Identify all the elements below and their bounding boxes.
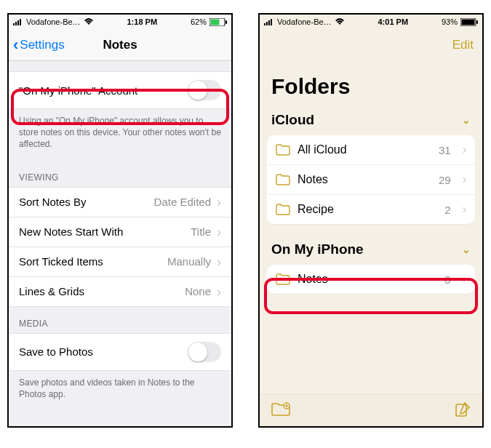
folder-count: 29 — [439, 174, 451, 186]
back-button[interactable]: ‹ Settings — [13, 36, 65, 55]
section-name: iCloud — [271, 112, 314, 128]
status-bar: Vodafone-Be… 4:01 PM 93% — [260, 15, 482, 29]
lines-and-grids-row[interactable]: Lines & Grids None › — [9, 277, 231, 307]
row-value: Date Edited — [154, 196, 211, 208]
new-notes-start-with-row[interactable]: New Notes Start With Title › — [9, 217, 231, 247]
save-to-photos-switch[interactable] — [188, 342, 221, 362]
svg-rect-3 — [20, 19, 21, 25]
folder-row-recipe[interactable]: Recipe 2 › — [267, 195, 475, 224]
settings-content[interactable]: "On My iPhone" Account Using an "On My i… — [9, 61, 231, 426]
folder-count: 31 — [439, 144, 451, 156]
chevron-down-icon: ⌄ — [462, 114, 471, 126]
chevron-right-icon: › — [217, 255, 221, 268]
row-label: Sort Ticked Items — [19, 255, 103, 268]
section-header-on-my-iphone[interactable]: On My iPhone ⌄ — [260, 234, 482, 260]
viewing-header: VIEWING — [9, 161, 231, 187]
svg-rect-13 — [476, 20, 478, 24]
clock-label: 4:01 PM — [378, 17, 409, 26]
carrier-label: Vodafone-Be… — [26, 17, 81, 26]
folder-icon — [276, 144, 290, 156]
folders-content[interactable]: Folders iCloud ⌄ All iCloud 31 › Notes 2… — [260, 61, 482, 394]
page-title: Notes — [103, 38, 137, 52]
chevron-down-icon: ⌄ — [462, 244, 471, 255]
svg-rect-2 — [17, 20, 19, 25]
clock-label: 1:18 PM — [127, 17, 158, 26]
chevron-right-icon: › — [463, 173, 466, 186]
folder-icon — [276, 273, 290, 285]
section-name: On My iPhone — [271, 241, 364, 257]
svg-rect-12 — [461, 19, 474, 25]
wifi-icon — [84, 18, 94, 25]
on-my-iphone-switch[interactable] — [188, 80, 221, 100]
folder-name: Notes — [298, 273, 437, 286]
on-my-iphone-account-row[interactable]: "On My iPhone" Account — [9, 71, 231, 109]
chevron-right-icon: › — [463, 273, 466, 286]
folder-list-icloud: All iCloud 31 › Notes 29 › Recipe 2 › — [267, 135, 475, 224]
svg-rect-5 — [210, 19, 219, 25]
folder-list-on-my-iphone: Notes 0 › — [267, 265, 475, 294]
svg-rect-10 — [271, 19, 272, 25]
bottom-toolbar — [260, 394, 482, 426]
sort-ticked-items-row[interactable]: Sort Ticked Items Manually › — [9, 247, 231, 277]
nav-bar: Edit — [260, 29, 482, 61]
folder-count: 2 — [444, 204, 450, 216]
signal-icon — [13, 18, 23, 25]
section-header-icloud[interactable]: iCloud ⌄ — [260, 105, 482, 131]
row-value: Title — [191, 225, 211, 238]
status-bar: Vodafone-Be… 1:18 PM 62% — [9, 15, 231, 29]
svg-rect-9 — [268, 20, 270, 25]
svg-rect-7 — [264, 23, 266, 25]
folder-count: 0 — [444, 273, 450, 286]
save-to-photos-row[interactable]: Save to Photos — [9, 333, 231, 371]
battery-percent: 93% — [442, 17, 458, 26]
edit-button[interactable]: Edit — [452, 38, 474, 52]
battery-icon — [209, 18, 227, 26]
battery-icon — [460, 18, 478, 26]
svg-rect-0 — [13, 23, 15, 25]
account-footer-text: Using an "On My iPhone" account allows y… — [9, 109, 231, 161]
row-label: "On My iPhone" Account — [19, 84, 137, 97]
folder-name: Notes — [298, 173, 431, 186]
chevron-right-icon: › — [217, 196, 221, 209]
folder-icon — [276, 174, 290, 185]
switch-knob — [188, 343, 207, 361]
chevron-right-icon: › — [463, 203, 466, 216]
row-label: Sort Notes By — [19, 196, 87, 208]
folder-name: All iCloud — [298, 143, 431, 156]
svg-rect-6 — [225, 20, 227, 24]
switch-knob — [188, 81, 207, 100]
chevron-right-icon: › — [463, 143, 466, 156]
svg-rect-8 — [266, 22, 268, 25]
media-header: MEDIA — [9, 307, 231, 333]
chevron-right-icon: › — [217, 285, 221, 298]
notes-folders-screen: Vodafone-Be… 4:01 PM 93% Edit Folders iC… — [258, 13, 484, 428]
folder-name: Recipe — [298, 203, 437, 216]
folder-icon — [276, 204, 290, 215]
back-label: Settings — [20, 38, 64, 52]
row-value: None — [185, 285, 211, 297]
row-value: Manually — [167, 255, 211, 268]
wifi-icon — [335, 18, 345, 25]
row-label: New Notes Start With — [19, 225, 123, 238]
sort-notes-by-row[interactable]: Sort Notes By Date Edited › — [9, 187, 231, 217]
nav-bar: ‹ Settings Notes — [9, 29, 231, 61]
new-folder-icon[interactable] — [271, 402, 290, 420]
folder-row-notes[interactable]: Notes 29 › — [267, 165, 475, 195]
signal-icon — [264, 18, 274, 25]
row-label: Lines & Grids — [19, 285, 84, 297]
svg-rect-1 — [15, 22, 17, 25]
page-title: Folders — [260, 61, 482, 105]
compose-icon[interactable] — [455, 401, 471, 420]
carrier-label: Vodafone-Be… — [277, 17, 332, 26]
row-label: Save to Photos — [19, 345, 93, 358]
battery-percent: 62% — [191, 17, 207, 26]
folder-row-local-notes[interactable]: Notes 0 › — [267, 265, 475, 294]
media-footer-text: Save photos and videos taken in Notes to… — [9, 371, 231, 410]
folder-row-all-icloud[interactable]: All iCloud 31 › — [267, 135, 475, 165]
chevron-right-icon: › — [217, 225, 221, 239]
settings-notes-screen: Vodafone-Be… 1:18 PM 62% ‹ Settings Note… — [7, 13, 233, 428]
chevron-left-icon: ‹ — [13, 36, 18, 55]
